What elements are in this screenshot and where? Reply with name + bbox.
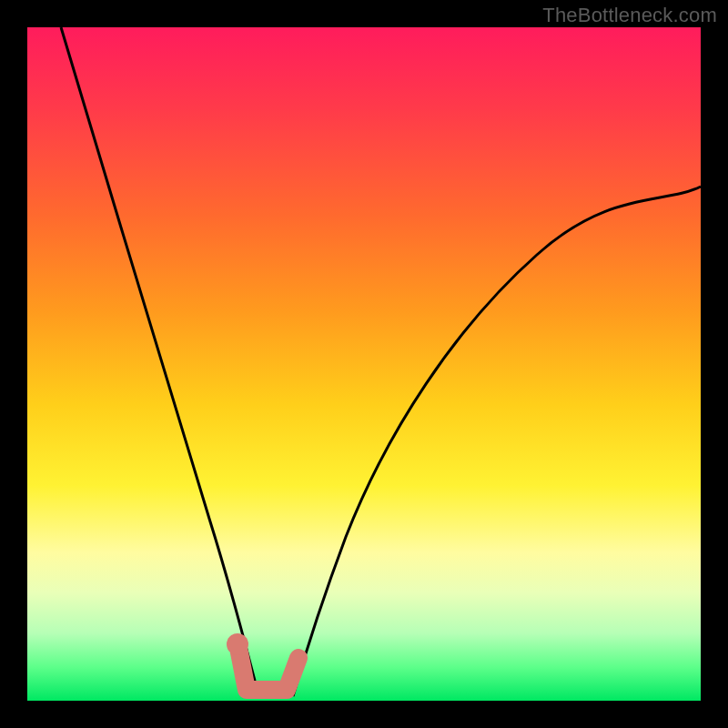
curve-left-branch bbox=[61, 27, 259, 696]
watermark-text: TheBottleneck.com bbox=[542, 4, 717, 27]
optimum-marker-u bbox=[239, 652, 298, 690]
optimum-marker-start-dot bbox=[227, 633, 248, 655]
curve-layer bbox=[27, 27, 701, 701]
bottleneck-chart: TheBottleneck.com bbox=[0, 0, 728, 728]
curve-right-branch bbox=[293, 187, 701, 696]
